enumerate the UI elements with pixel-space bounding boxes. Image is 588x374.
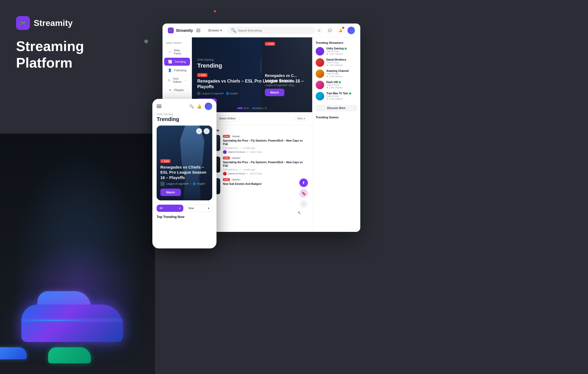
screen-icon[interactable]: ⊡: [315, 27, 323, 34]
all-filter[interactable]: All ▾: [157, 205, 183, 212]
playlist-icon: ≡: [168, 88, 172, 92]
mobile-card-title: Renegades vs Chiefs – ESL Pro League Sea…: [160, 165, 208, 180]
streamer-info-4: Dash UI8 Call of Duty ★ 2.8K viewers: [326, 81, 343, 89]
list-item[interactable]: Amazing Channel Call of Duty ★ 2.8K view…: [316, 69, 357, 78]
streamer-info-2: Daniel Brothers Call of Duty ★ 2.8K view…: [326, 58, 346, 67]
viewers-1: 4.2k watching: [223, 147, 238, 149]
new-feeds-label: New Feeds: [163, 42, 192, 44]
list-item[interactable]: Unity Gaming Call of Duty ★ 2.8K viewers: [316, 47, 357, 56]
card-navigation: ‹ ›: [196, 128, 210, 134]
trend-stats-1: 4.2k watching • 1 week ago: [223, 147, 308, 149]
heart-button[interactable]: ♡: [299, 200, 308, 208]
hero-main-title: Trending: [197, 62, 307, 69]
desktop-logo: 🎮 Streamity: [168, 28, 193, 33]
your-videos-label: Your Videos: [173, 77, 183, 83]
streamer-name-5: Tran Mau Tri Tam: [326, 92, 351, 95]
browse-label: Browse: [208, 29, 219, 32]
new-feed-label: New Feed: [174, 49, 186, 55]
streamer-game-2: Call of Duty: [326, 61, 346, 64]
mobile-watch-button[interactable]: Watch: [160, 189, 181, 196]
mobile-live-badge: Live: [160, 159, 171, 163]
hero-meta: League of Legends® 🌐 English: [197, 92, 307, 95]
user-avatar[interactable]: [347, 27, 355, 34]
mobile-hero-card: ‹ › Live Renegades vs Chiefs – ESL Pro L…: [157, 126, 212, 200]
sidebar-item-following[interactable]: 👤 Following: [164, 66, 190, 74]
streamer-name-4: Dash UI8: [326, 81, 343, 84]
user-name-2: Gabriel Erickson: [228, 172, 245, 175]
user-avatar-2: [223, 172, 227, 176]
trend-title-3: New Sub Emotes And Badges!: [223, 182, 308, 186]
discover-more-button[interactable]: Discover More: [316, 105, 357, 111]
game-art-background: [0, 134, 155, 374]
now-chevron: ▾: [208, 207, 209, 210]
sidebar-item-playlist[interactable]: ≡ Playlist: [164, 86, 190, 94]
message-icon[interactable]: 💬: [326, 27, 334, 34]
float-actions: ⬆ 🔖 ♡: [299, 178, 308, 208]
user-avatar-1: [223, 150, 227, 154]
desktop-menu-icon[interactable]: [196, 29, 200, 32]
mobile-section-title: Trending: [157, 116, 212, 122]
list-item[interactable]: Tran Mau Tri Tam Call of Duty ★ 2.8K vie…: [316, 92, 357, 100]
share-button[interactable]: ⬆: [299, 178, 308, 187]
streamer-info-3: Amazing Channel Call of Duty ★ 2.8K view…: [326, 69, 349, 78]
trending-icon: 📈: [168, 60, 172, 64]
mobile-mockup: 🔍 🔔 Unity Gaming Trending ‹ › Live Reneg…: [152, 99, 216, 248]
browse-nav[interactable]: Browse ▾: [208, 29, 222, 32]
trend-title-1: Spectating the Pros – Fly Santorin, Powe…: [223, 139, 308, 146]
streamer-name-1: Unity Gaming: [326, 47, 347, 50]
streamer-viewers-3: ★ 2.8K viewers: [326, 75, 349, 78]
streamer-info-1: Unity Gaming Call of Duty ★ 2.8K viewers: [326, 47, 347, 56]
sidebar-item-new-feed[interactable]: ○ New Feed: [164, 46, 190, 57]
following-label: Following: [174, 69, 186, 72]
dot-1: [237, 107, 243, 109]
prev-btn[interactable]: ‹: [196, 128, 202, 134]
game-1: Call of Duty: [250, 151, 262, 153]
sidebar-item-trending[interactable]: 📈 Trending: [164, 58, 190, 66]
verified-2: ✓: [246, 172, 249, 175]
brand-logo: 🎮 Streamity: [16, 16, 139, 30]
streamer-avatar-2: [316, 58, 324, 67]
streamer-info-5: Tran Mau Tri Tam Call of Duty ★ 2.8K vie…: [326, 92, 351, 100]
sidebar-item-your-videos[interactable]: ▷ Your Videos +: [164, 75, 190, 85]
streamer-viewers-1: ★ 2.8K viewers: [326, 53, 347, 55]
dot-2: [244, 107, 246, 109]
search-bar[interactable]: 🔍: [227, 26, 315, 34]
badges-1: Live Shooter: [223, 135, 308, 138]
game-icon-mob: [160, 182, 165, 186]
next-btn[interactable]: ›: [204, 128, 210, 134]
mobile-bell-icon[interactable]: 🔔: [197, 104, 202, 108]
list-item[interactable]: Daniel Brothers Call of Duty ★ 2.8K view…: [316, 58, 357, 67]
mobile-filters: All ▾ Now ▾: [157, 205, 212, 212]
viewers-2: 4.2k watching: [223, 168, 238, 171]
now-dropdown[interactable]: Now ▾: [294, 116, 308, 121]
streamer-game-3: Call of Duty: [326, 72, 349, 75]
game-online-filter[interactable]: Game Online: [215, 115, 240, 122]
bookmark-button[interactable]: 🔖: [299, 189, 308, 198]
notification-icon[interactable]: 🔔: [337, 27, 344, 34]
mobile-menu-icon[interactable]: [157, 105, 161, 108]
now-filter[interactable]: Now ▾: [185, 205, 212, 212]
trend-title-2: Spectating the Pros – Fly Santorin, Powe…: [223, 161, 308, 167]
verified-icon-1: [345, 48, 347, 50]
dropdown-chevron: ▾: [304, 117, 305, 120]
add-video-icon[interactable]: +: [185, 79, 186, 82]
streamer-game-1: Call of Duty: [326, 50, 347, 53]
list-item[interactable]: Dash UI8 Call of Duty ★ 2.8K viewers: [316, 81, 357, 89]
user-name-1: Gabriel Erickson: [228, 151, 245, 153]
game-icon: [197, 92, 200, 95]
verified-icon-4: [339, 81, 341, 83]
sidebar-divider: [166, 97, 188, 98]
all-chevron: ▾: [179, 207, 180, 210]
logo-icon: 🎮: [16, 16, 30, 30]
trend-info-2: Live Shooter Spectating the Pros – Fly S…: [223, 157, 308, 176]
search-icon: 🔍: [231, 28, 236, 33]
trend-info-1: Live Shooter Spectating the Pros – Fly S…: [223, 135, 308, 154]
search-input[interactable]: [238, 29, 275, 32]
mobile-avatar[interactable]: [205, 103, 212, 110]
verified-1: ✓: [246, 151, 249, 153]
mobile-search-icon[interactable]: 🔍: [189, 104, 194, 108]
right-panel: Trending Streamers Unity Gaming Call of …: [312, 37, 360, 232]
verified-icon-5: [349, 92, 351, 95]
game-2: Call of Duty: [250, 172, 262, 175]
header-icons: ⊡ 💬 🔔: [315, 27, 355, 34]
